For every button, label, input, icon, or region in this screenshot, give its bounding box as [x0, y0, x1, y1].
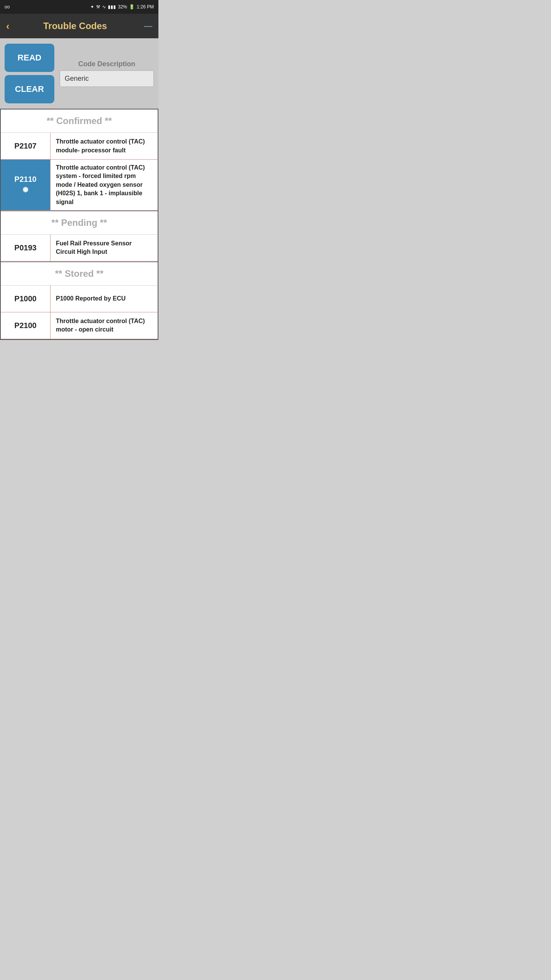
code-p2100: P2100	[1, 312, 51, 339]
bluetooth-icon: ✦	[90, 4, 94, 10]
wifi-icon: ∿	[102, 4, 106, 10]
controls-area: READ CLEAR Code Description Generic	[0, 38, 158, 109]
stored-row-1[interactable]: P1000 P1000 Reported by ECU	[1, 286, 158, 312]
time-display: 1:26 PM	[137, 4, 154, 10]
code-p2110-label: P2110	[15, 175, 37, 184]
pending-section-header: ** Pending **	[1, 211, 158, 235]
code-p0193: P0193	[1, 235, 51, 261]
action-buttons: READ CLEAR	[5, 44, 54, 103]
page-title: Trouble Codes	[10, 21, 141, 31]
app-header: ‹ Trouble Codes —	[0, 14, 158, 38]
stored-row-2[interactable]: P2100 Throttle actuator control (TAC) mo…	[1, 312, 158, 339]
code-p1000: P1000	[1, 286, 51, 312]
pending-row-1[interactable]: P0193 Fuel Rail Pressure Sensor Circuit …	[1, 235, 158, 261]
status-bar: oo ✦ ⚒ ∿ ▮▮▮ 32% 🔋 1:26 PM	[0, 0, 158, 14]
battery-percent: 32%	[118, 4, 127, 10]
back-button[interactable]: ‹	[6, 20, 10, 32]
code-p2110: P2110 ❅	[1, 160, 51, 210]
freeze-frame-icon: ❅	[22, 185, 29, 194]
desc-p2110: Throttle actuator control (TAC) system -…	[51, 160, 158, 210]
status-right-icons: ✦ ⚒ ∿ ▮▮▮ 32% 🔋 1:26 PM	[90, 4, 154, 10]
status-left-icons: oo	[5, 4, 10, 10]
codes-table: ** Confirmed ** P2107 Throttle actuator …	[0, 109, 158, 340]
confirmed-row-2[interactable]: P2110 ❅ Throttle actuator control (TAC) …	[1, 160, 158, 211]
code-description-section: Code Description Generic	[60, 60, 154, 87]
alarm-icon: ⚒	[96, 4, 100, 10]
menu-button[interactable]: —	[141, 21, 152, 31]
read-button[interactable]: READ	[5, 44, 54, 72]
confirmed-section-header: ** Confirmed **	[1, 109, 158, 133]
network-icon: ▮▮▮	[108, 4, 116, 10]
desc-p2107: Throttle actuator control (TAC) module- …	[51, 133, 158, 159]
desc-p1000: P1000 Reported by ECU	[51, 286, 158, 312]
code-p2107: P2107	[1, 133, 51, 159]
clear-button[interactable]: CLEAR	[5, 75, 54, 103]
desc-p2100: Throttle actuator control (TAC) motor - …	[51, 312, 158, 339]
stored-section-header: ** Stored **	[1, 261, 158, 286]
desc-p0193: Fuel Rail Pressure Sensor Circuit High I…	[51, 235, 158, 261]
battery-icon: 🔋	[129, 4, 135, 10]
confirmed-row-1[interactable]: P2107 Throttle actuator control (TAC) mo…	[1, 133, 158, 160]
code-desc-value[interactable]: Generic	[60, 70, 154, 87]
code-desc-label: Code Description	[60, 60, 154, 68]
